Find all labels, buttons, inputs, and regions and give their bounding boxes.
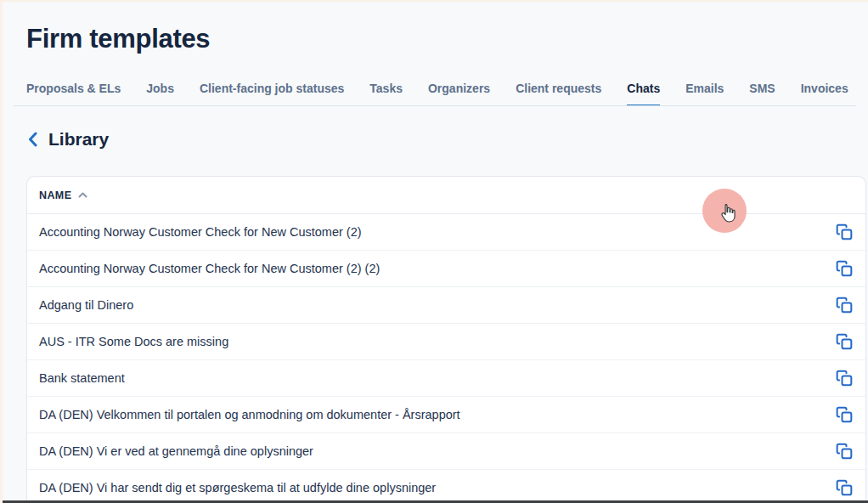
tab-label: Client requests — [516, 82, 601, 95]
template-name-label: Accounting Norway Customer Check for New… — [39, 225, 362, 239]
tab-organizers[interactable]: Organizers — [428, 82, 490, 106]
tab-label: Invoices — [801, 82, 848, 95]
table-row[interactable]: Accounting Norway Customer Check for New… — [27, 214, 865, 251]
column-header-name[interactable]: NAME — [39, 189, 87, 201]
tab-label: Tasks — [369, 82, 403, 95]
copy-icon — [836, 297, 853, 314]
tab-tasks[interactable]: Tasks — [369, 82, 403, 106]
tab-emails[interactable]: Emails — [685, 82, 724, 106]
tab-chats[interactable]: Chats — [627, 82, 660, 106]
copy-icon — [836, 370, 853, 387]
template-name-label: DA (DEN) Vi har sendt dig et spørgeskema… — [39, 481, 436, 495]
table-header-row: NAME — [27, 177, 865, 214]
page-title: Firm templates — [26, 24, 210, 54]
copy-icon — [836, 479, 853, 496]
template-name-label: Adgang til Dinero — [39, 298, 133, 312]
copy-template-button[interactable] — [831, 438, 857, 464]
table-row[interactable]: AUS - ITR Some Docs are missing — [27, 324, 865, 360]
template-name-label: AUS - ITR Some Docs are missing — [39, 335, 228, 348]
template-name-label: Bank statement — [39, 371, 125, 385]
copy-template-button[interactable] — [831, 256, 857, 281]
tab-label: Organizers — [428, 82, 490, 95]
template-name-label: DA (DEN) Velkommen til portalen og anmod… — [39, 408, 460, 421]
table-row[interactable]: DA (DEN) Vi er ved at gennemgå dine oply… — [27, 433, 865, 470]
template-name-label: DA (DEN) Vi er ved at gennemgå dine oply… — [39, 444, 313, 458]
table-row[interactable]: Bank statement — [27, 360, 865, 397]
table-row[interactable]: Adgang til Dinero — [27, 287, 865, 324]
tab-invoices[interactable]: Invoices — [801, 82, 848, 106]
table-row[interactable]: Accounting Norway Customer Check for New… — [27, 251, 865, 287]
copy-template-button[interactable] — [831, 475, 857, 500]
tab-jobs[interactable]: Jobs — [146, 82, 174, 106]
tab-label: Proposals & ELs — [26, 82, 121, 95]
tab-label: Emails — [685, 82, 724, 95]
tab-label: Chats — [627, 82, 660, 95]
copy-icon — [836, 260, 853, 277]
copy-icon — [836, 406, 853, 423]
table-body: Accounting Norway Customer Check for New… — [27, 214, 865, 503]
breadcrumb-title: Library — [48, 129, 109, 150]
tab-label: Client-facing job statuses — [200, 82, 344, 95]
table-row[interactable]: DA (DEN) Velkommen til portalen og anmod… — [27, 397, 865, 433]
tab-bar: Proposals & ELs Jobs Client-facing job s… — [14, 75, 856, 106]
tab-label: Jobs — [146, 82, 174, 95]
copy-template-button[interactable] — [831, 402, 857, 427]
copy-template-button[interactable] — [831, 365, 857, 391]
copy-template-button[interactable] — [831, 292, 857, 318]
copy-template-button[interactable] — [831, 329, 857, 354]
tab-proposals-els[interactable]: Proposals & ELs — [26, 82, 121, 106]
copy-icon — [836, 223, 853, 240]
tab-label: SMS — [749, 82, 775, 95]
copy-icon — [836, 333, 853, 350]
tab-sms[interactable]: SMS — [749, 82, 775, 106]
table-row[interactable]: DA (DEN) Vi har sendt dig et spørgeskema… — [27, 470, 865, 503]
tab-client-requests[interactable]: Client requests — [516, 82, 601, 106]
sort-ascending-icon — [78, 192, 87, 198]
templates-table: NAME Accounting Norway Customer Check fo… — [26, 176, 866, 503]
copy-icon — [836, 443, 853, 460]
copy-template-button[interactable] — [831, 219, 857, 245]
column-header-label: NAME — [39, 189, 71, 201]
back-button[interactable] — [28, 132, 37, 147]
template-name-label: Accounting Norway Customer Check for New… — [39, 262, 380, 275]
tab-client-facing-job-statuses[interactable]: Client-facing job statuses — [200, 82, 344, 106]
breadcrumb: Library — [28, 129, 109, 150]
chevron-left-icon — [28, 132, 37, 147]
